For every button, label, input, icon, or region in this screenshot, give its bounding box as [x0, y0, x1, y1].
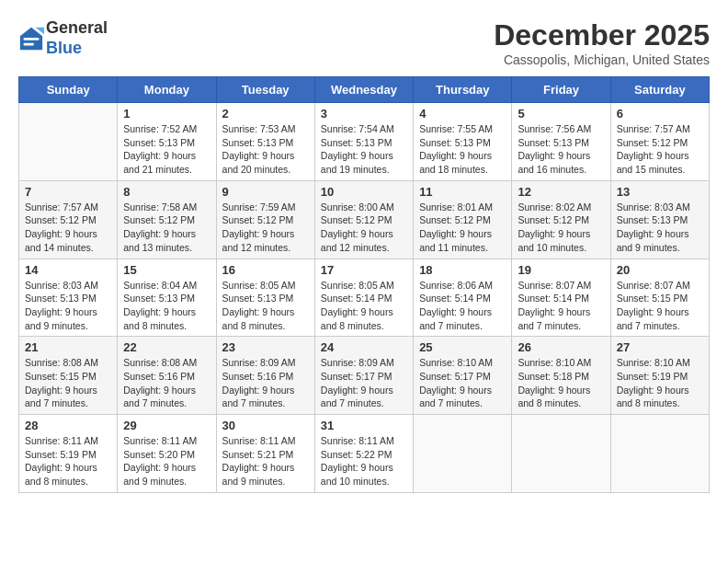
- day-number: 22: [123, 340, 210, 354]
- calendar-day-cell: 24Sunrise: 8:09 AMSunset: 5:17 PMDayligh…: [314, 337, 413, 415]
- day-number: 7: [25, 185, 111, 199]
- calendar-week-row: 21Sunrise: 8:08 AMSunset: 5:15 PMDayligh…: [19, 337, 710, 415]
- weekday-header: Friday: [512, 77, 610, 103]
- day-info: Sunrise: 8:08 AMSunset: 5:15 PMDaylight:…: [25, 356, 111, 410]
- logo-blue-text: Blue: [46, 39, 108, 59]
- day-number: 17: [321, 263, 407, 277]
- day-info: Sunrise: 8:11 AMSunset: 5:21 PMDaylight:…: [222, 434, 309, 488]
- calendar-day-cell: 26Sunrise: 8:10 AMSunset: 5:18 PMDayligh…: [512, 337, 610, 415]
- day-number: 20: [617, 263, 703, 277]
- day-number: 10: [321, 185, 407, 199]
- calendar-day-cell: [414, 415, 512, 493]
- calendar-day-cell: 29Sunrise: 8:11 AMSunset: 5:20 PMDayligh…: [118, 415, 216, 493]
- day-info: Sunrise: 7:56 AMSunset: 5:13 PMDaylight:…: [518, 122, 604, 177]
- day-info: Sunrise: 7:59 AMSunset: 5:12 PMDaylight:…: [222, 201, 309, 255]
- day-info: Sunrise: 8:09 AMSunset: 5:16 PMDaylight:…: [222, 356, 309, 410]
- day-number: 19: [518, 263, 604, 277]
- day-info: Sunrise: 8:07 AMSunset: 5:14 PMDaylight:…: [518, 279, 604, 333]
- day-info: Sunrise: 7:57 AMSunset: 5:12 PMDaylight:…: [25, 201, 111, 255]
- calendar-day-cell: 30Sunrise: 8:11 AMSunset: 5:21 PMDayligh…: [216, 415, 314, 493]
- day-info: Sunrise: 8:03 AMSunset: 5:13 PMDaylight:…: [25, 279, 111, 333]
- calendar-day-cell: 9Sunrise: 7:59 AMSunset: 5:12 PMDaylight…: [216, 180, 314, 259]
- calendar-day-cell: [512, 415, 610, 493]
- calendar-week-row: 28Sunrise: 8:11 AMSunset: 5:19 PMDayligh…: [19, 415, 710, 493]
- weekday-header: Tuesday: [216, 77, 314, 103]
- day-number: 21: [25, 340, 111, 354]
- day-info: Sunrise: 7:57 AMSunset: 5:12 PMDaylight:…: [617, 122, 703, 177]
- weekday-header: Saturday: [610, 77, 709, 103]
- day-number: 4: [419, 107, 506, 121]
- calendar-day-cell: 23Sunrise: 8:09 AMSunset: 5:16 PMDayligh…: [216, 337, 314, 415]
- page-header: General Blue December 2025 Cassopolis, M…: [18, 18, 710, 67]
- calendar-day-cell: 3Sunrise: 7:54 AMSunset: 5:13 PMDaylight…: [314, 103, 413, 181]
- logo-icon: [18, 26, 44, 52]
- weekday-header: Thursday: [414, 77, 512, 103]
- day-info: Sunrise: 8:10 AMSunset: 5:19 PMDaylight:…: [617, 356, 703, 410]
- calendar-day-cell: 25Sunrise: 8:10 AMSunset: 5:17 PMDayligh…: [414, 337, 512, 415]
- day-number: 26: [518, 340, 604, 354]
- day-number: 9: [222, 185, 309, 199]
- calendar-day-cell: [610, 415, 709, 493]
- calendar-day-cell: 22Sunrise: 8:08 AMSunset: 5:16 PMDayligh…: [118, 337, 216, 415]
- svg-rect-2: [24, 38, 40, 40]
- day-number: 30: [222, 419, 309, 432]
- day-number: 18: [419, 263, 506, 277]
- weekday-header: Sunday: [19, 77, 118, 103]
- calendar-day-cell: 2Sunrise: 7:53 AMSunset: 5:13 PMDaylight…: [216, 103, 314, 181]
- calendar-table: SundayMondayTuesdayWednesdayThursdayFrid…: [18, 76, 710, 493]
- day-number: 23: [222, 340, 309, 354]
- calendar-day-cell: 4Sunrise: 7:55 AMSunset: 5:13 PMDaylight…: [414, 103, 512, 181]
- calendar-week-row: 14Sunrise: 8:03 AMSunset: 5:13 PMDayligh…: [19, 259, 710, 337]
- calendar-day-cell: 18Sunrise: 8:06 AMSunset: 5:14 PMDayligh…: [414, 259, 512, 337]
- day-number: 6: [617, 107, 703, 121]
- day-number: 8: [123, 185, 210, 199]
- day-info: Sunrise: 8:04 AMSunset: 5:13 PMDaylight:…: [123, 279, 210, 333]
- day-info: Sunrise: 8:11 AMSunset: 5:22 PMDaylight:…: [321, 434, 407, 488]
- day-number: 29: [123, 419, 210, 432]
- day-number: 3: [321, 107, 407, 121]
- calendar-day-cell: 15Sunrise: 8:04 AMSunset: 5:13 PMDayligh…: [118, 259, 216, 337]
- calendar-day-cell: 5Sunrise: 7:56 AMSunset: 5:13 PMDaylight…: [512, 103, 610, 181]
- location: Cassopolis, Michigan, United States: [494, 52, 710, 67]
- calendar-day-cell: 28Sunrise: 8:11 AMSunset: 5:19 PMDayligh…: [19, 415, 118, 493]
- calendar-day-cell: 16Sunrise: 8:05 AMSunset: 5:13 PMDayligh…: [216, 259, 314, 337]
- month-title: December 2025: [494, 18, 710, 52]
- day-number: 13: [617, 185, 703, 199]
- calendar-week-row: 1Sunrise: 7:52 AMSunset: 5:13 PMDaylight…: [19, 103, 710, 181]
- calendar-day-cell: 17Sunrise: 8:05 AMSunset: 5:14 PMDayligh…: [314, 259, 413, 337]
- day-number: 1: [123, 107, 210, 121]
- day-info: Sunrise: 8:05 AMSunset: 5:14 PMDaylight:…: [321, 279, 407, 333]
- day-info: Sunrise: 8:03 AMSunset: 5:13 PMDaylight:…: [617, 201, 703, 255]
- calendar-day-cell: 6Sunrise: 7:57 AMSunset: 5:12 PMDaylight…: [610, 103, 709, 181]
- day-number: 28: [25, 419, 111, 432]
- day-number: 14: [25, 263, 111, 277]
- day-number: 27: [617, 340, 703, 354]
- logo-general-text: General: [46, 18, 108, 39]
- day-info: Sunrise: 8:07 AMSunset: 5:15 PMDaylight:…: [617, 279, 703, 333]
- day-number: 31: [321, 419, 407, 432]
- day-info: Sunrise: 8:01 AMSunset: 5:12 PMDaylight:…: [419, 201, 506, 255]
- calendar-day-cell: 1Sunrise: 7:52 AMSunset: 5:13 PMDaylight…: [118, 103, 216, 181]
- calendar-day-cell: 10Sunrise: 8:00 AMSunset: 5:12 PMDayligh…: [314, 180, 413, 259]
- day-info: Sunrise: 7:52 AMSunset: 5:13 PMDaylight:…: [123, 122, 210, 177]
- day-number: 15: [123, 263, 210, 277]
- calendar-day-cell: 14Sunrise: 8:03 AMSunset: 5:13 PMDayligh…: [19, 259, 118, 337]
- day-number: 24: [321, 340, 407, 354]
- day-number: 12: [518, 185, 604, 199]
- day-number: 16: [222, 263, 309, 277]
- day-info: Sunrise: 8:10 AMSunset: 5:17 PMDaylight:…: [419, 356, 506, 410]
- calendar-day-cell: 27Sunrise: 8:10 AMSunset: 5:19 PMDayligh…: [610, 337, 709, 415]
- day-info: Sunrise: 8:06 AMSunset: 5:14 PMDaylight:…: [419, 279, 506, 333]
- day-info: Sunrise: 8:10 AMSunset: 5:18 PMDaylight:…: [518, 356, 604, 410]
- svg-rect-3: [24, 42, 34, 45]
- calendar-day-cell: 31Sunrise: 8:11 AMSunset: 5:22 PMDayligh…: [314, 415, 413, 493]
- title-area: December 2025 Cassopolis, Michigan, Unit…: [494, 18, 710, 67]
- day-info: Sunrise: 8:11 AMSunset: 5:20 PMDaylight:…: [123, 434, 210, 488]
- day-number: 2: [222, 107, 309, 121]
- day-number: 11: [419, 185, 506, 199]
- calendar-day-cell: 20Sunrise: 8:07 AMSunset: 5:15 PMDayligh…: [610, 259, 709, 337]
- day-info: Sunrise: 8:05 AMSunset: 5:13 PMDaylight:…: [222, 279, 309, 333]
- calendar-day-cell: 11Sunrise: 8:01 AMSunset: 5:12 PMDayligh…: [414, 180, 512, 259]
- weekday-header: Monday: [118, 77, 216, 103]
- calendar-day-cell: 12Sunrise: 8:02 AMSunset: 5:12 PMDayligh…: [512, 180, 610, 259]
